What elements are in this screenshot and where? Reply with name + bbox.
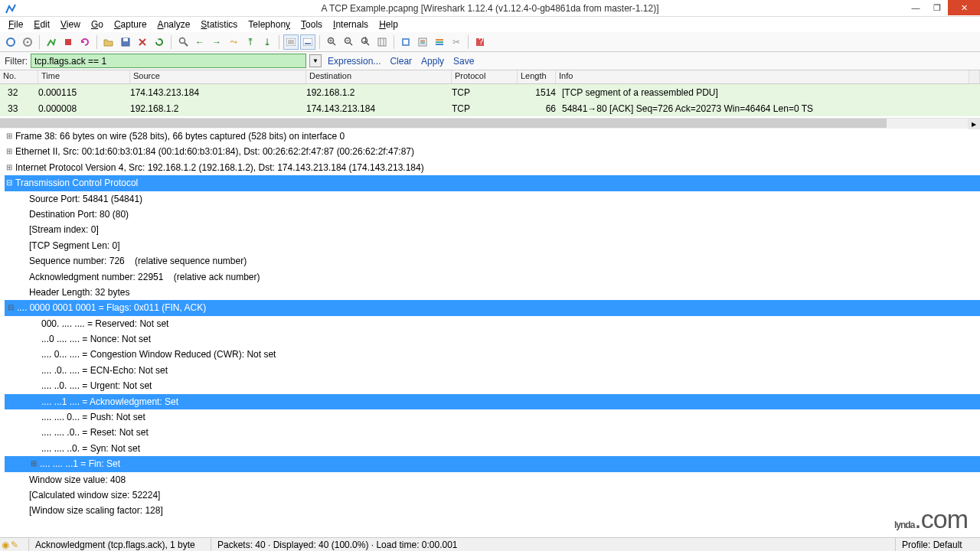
detail-seq-number[interactable]: Sequence number: 726 (relative sequence … [5,253,980,269]
menu-view[interactable]: View [55,18,86,31]
save-link[interactable]: Save [450,56,477,67]
detail-stream-index[interactable]: [Stream index: 0] [5,222,980,237]
detail-flags[interactable]: ⊟.... 0000 0001 0001 = Flags: 0x011 (FIN… [5,300,980,315]
filter-input-box[interactable] [31,54,306,68]
expand-icon[interactable]: ⊞ [6,160,14,175]
packet-list-header[interactable]: No. Time Source Destination Protocol Len… [0,70,980,84]
apply-link[interactable]: Apply [418,56,447,67]
packet-list-hscroll[interactable]: ▶ [0,118,980,129]
col-destination[interactable]: Destination [306,70,452,83]
go-first-icon[interactable]: ⤒ [243,34,258,50]
detail-scaling-factor[interactable]: [Window size scaling factor: 128] [5,503,980,518]
zoom-reset-icon[interactable]: 1 [358,34,373,50]
detail-frame[interactable]: ⊞Frame 38: 66 bytes on wire (528 bits), … [5,129,980,144]
scroll-right-icon[interactable]: ▶ [968,119,980,129]
menu-edit[interactable]: Edit [28,18,55,31]
go-back-icon[interactable]: ← [192,34,207,50]
detail-flag-ack[interactable]: .... ...1 .... = Acknowledgment: Set [5,394,980,409]
menu-file[interactable]: File [3,18,28,31]
status-profile[interactable]: Profile: Default [896,538,980,551]
detail-dest-port[interactable]: Destination Port: 80 (80) [5,207,980,222]
options-icon[interactable] [20,34,35,50]
close-file-icon[interactable] [135,34,150,50]
interfaces-icon[interactable] [3,34,18,50]
expand-icon[interactable]: ⊞ [6,129,14,144]
go-forward-icon[interactable]: → [209,34,224,50]
display-filters-icon[interactable] [415,34,430,50]
menu-go[interactable]: Go [86,18,109,31]
menu-telephony[interactable]: Telephony [243,18,296,31]
clear-link[interactable]: Clear [387,56,415,67]
menu-capture[interactable]: Capture [109,18,152,31]
col-info[interactable]: Info [556,70,969,83]
detail-calc-window[interactable]: [Calculated window size: 52224] [5,487,980,503]
svg-rect-35 [436,44,443,45]
stop-capture-icon[interactable] [60,34,76,50]
detail-flag-nonce[interactable]: ...0 .... .... = Nonce: Not set [5,331,980,347]
menu-help[interactable]: Help [374,18,403,31]
close-button[interactable]: ✕ [948,0,980,15]
find-icon[interactable] [175,34,191,50]
open-icon[interactable] [101,34,116,50]
collapse-icon[interactable]: ⊟ [8,300,15,315]
start-capture-icon[interactable] [44,34,59,50]
detail-flag-syn[interactable]: .... .... ..0. = Syn: Not set [5,441,980,456]
maximize-button[interactable]: ❐ [926,0,948,15]
col-length[interactable]: Length [518,70,556,83]
packet-row[interactable]: 33 0.000008 192.168.1.2 174.143.213.184 … [0,100,980,116]
scroll-up-icon[interactable] [969,70,980,83]
detail-flag-ecn[interactable]: .... .0.. .... = ECN-Echo: Not set [5,363,980,378]
save-icon[interactable] [118,34,133,50]
detail-flag-urgent[interactable]: .... ..0. .... = Urgent: Not set [5,378,980,393]
detail-flag-push[interactable]: .... .... 0... = Push: Not set [5,409,980,425]
col-source[interactable]: Source [130,70,306,83]
detail-segment-len[interactable]: [TCP Segment Len: 0] [5,238,980,253]
reload-icon[interactable] [152,34,167,50]
menu-statistics[interactable]: Statistics [195,18,243,31]
bulb-icon[interactable]: ◉ [2,540,9,550]
detail-ack-number[interactable]: Acknowledgment number: 22951 (relative a… [5,269,980,285]
resize-cols-icon[interactable] [374,34,390,50]
help-icon[interactable]: ? [472,34,488,50]
packet-row[interactable]: 32 0.000115 174.143.213.184 192.168.1.2 … [0,84,980,100]
filter-input[interactable] [34,56,302,67]
coloring-rules-icon[interactable] [432,34,447,50]
detail-ethernet[interactable]: ⊞Ethernet II, Src: 00:1d:60:b3:01:84 (00… [5,144,980,159]
prefs-icon[interactable]: ✂ [449,34,464,50]
go-last-icon[interactable]: ⤓ [260,34,275,50]
details-pane[interactable]: ⊞Frame 38: 66 bytes on wire (528 bits), … [0,129,980,519]
menu-internals[interactable]: Internals [328,18,374,31]
zoom-out-icon[interactable] [341,34,356,50]
detail-flag-reset[interactable]: .... .... .0.. = Reset: Not set [5,425,980,440]
capture-filters-icon[interactable] [398,34,413,50]
col-protocol[interactable]: Protocol [452,70,518,83]
zoom-in-icon[interactable] [324,34,339,50]
scrollbar-thumb[interactable] [0,119,887,128]
filter-bar: Filter: ▼ Expression... Clear Apply Save [0,52,980,70]
colorize-icon[interactable] [283,34,299,50]
detail-window-size[interactable]: Window size value: 408 [5,472,980,487]
auto-scroll-icon[interactable] [300,34,315,50]
detail-header-len[interactable]: Header Length: 32 bytes [5,285,980,300]
minimize-button[interactable]: — [905,0,926,15]
menu-analyze[interactable]: Analyze [152,18,196,31]
note-icon[interactable]: ✎ [11,540,18,550]
restart-capture-icon[interactable] [77,34,93,50]
detail-source-port[interactable]: Source Port: 54841 (54841) [5,191,980,207]
detail-ip[interactable]: ⊞Internet Protocol Version 4, Src: 192.1… [5,160,980,175]
status-bar: ◉ ✎ Acknowledgment (tcp.flags.ack), 1 by… [0,537,980,551]
expression-link[interactable]: Expression... [325,56,384,67]
filter-dropdown-icon[interactable]: ▼ [309,54,322,67]
expand-icon[interactable]: ⊞ [6,144,14,159]
detail-flag-cwr[interactable]: .... 0... .... = Congestion Window Reduc… [5,347,980,362]
detail-flag-fin[interactable]: ⊞.... .... ...1 = Fin: Set [5,456,980,471]
packet-list[interactable]: 32 0.000115 174.143.213.184 192.168.1.2 … [0,84,980,118]
go-to-icon[interactable]: ⤳ [226,34,241,50]
col-no[interactable]: No. [0,70,38,83]
collapse-icon[interactable]: ⊟ [6,175,14,191]
detail-tcp[interactable]: ⊟Transmission Control Protocol [5,175,980,191]
menu-tools[interactable]: Tools [296,18,328,31]
detail-flag-reserved[interactable]: 000. .... .... = Reserved: Not set [5,316,980,331]
col-time[interactable]: Time [38,70,130,83]
expand-icon[interactable]: ⊞ [31,456,38,471]
